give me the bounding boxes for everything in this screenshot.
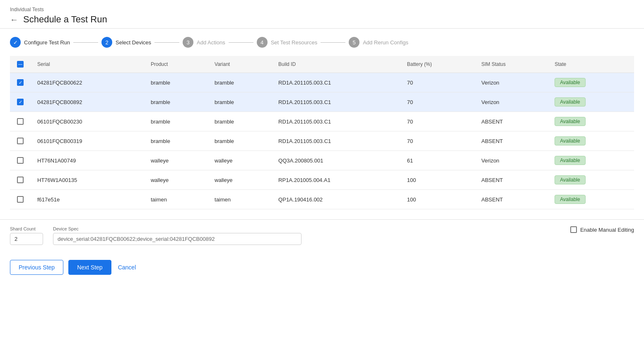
row-3-state: Available xyxy=(548,131,634,151)
row-4-serial: HT76N1A00749 xyxy=(31,151,144,170)
select-all-checkbox[interactable] xyxy=(17,61,24,68)
fields-row: Shard Count 2 Device Spec device_serial:… xyxy=(10,226,301,245)
step-2-circle: 2 xyxy=(101,37,112,48)
row-1-serial: 04281FQCB00892 xyxy=(31,92,144,112)
row-2-state: Available xyxy=(548,112,634,131)
row-2-checkbox-cell[interactable] xyxy=(10,112,31,131)
table-row: 06101FQCB00319bramblebrambleRD1A.201105.… xyxy=(10,131,634,151)
table-row: HT76W1A00135walleyewalleyeRP1A.201005.00… xyxy=(10,170,634,190)
row-6-checkbox-cell[interactable] xyxy=(10,190,31,209)
step-3-circle: 3 xyxy=(183,37,193,48)
row-4-buildId: QQ3A.200805.001 xyxy=(272,151,400,170)
row-6-variant: taimen xyxy=(208,190,272,209)
row-6-buildId: QP1A.190416.002 xyxy=(272,190,400,209)
row-0-buildId: RD1A.201105.003.C1 xyxy=(272,73,400,92)
row-2-product: bramble xyxy=(144,112,208,131)
next-step-button[interactable]: Next Step xyxy=(68,260,111,275)
row-4-battery: 61 xyxy=(400,151,475,170)
row-1-checkbox[interactable] xyxy=(17,99,24,105)
row-1-state: Available xyxy=(548,92,634,112)
page-header: Individual Tests ← Schedule a Test Run xyxy=(0,0,644,29)
row-2-variant: bramble xyxy=(208,112,272,131)
row-5-checkbox-cell[interactable] xyxy=(10,170,31,190)
row-5-battery: 100 xyxy=(400,170,475,190)
device-spec-value[interactable]: device_serial:04281FQCB00622;device_seri… xyxy=(53,233,301,245)
row-3-checkbox-cell[interactable] xyxy=(10,131,31,151)
row-2-buildId: RD1A.201105.003.C1 xyxy=(272,112,400,131)
select-all-header[interactable] xyxy=(10,56,31,73)
shard-count-label: Shard Count xyxy=(10,226,43,231)
step-2-label: Select Devices xyxy=(116,39,151,46)
step-3-label: Add Actions xyxy=(197,39,225,46)
row-5-simStatus: ABSENT xyxy=(475,170,548,190)
row-1-state-badge: Available xyxy=(555,97,585,107)
row-3-product: bramble xyxy=(144,131,208,151)
row-4-state: Available xyxy=(548,151,634,170)
row-2-state-badge: Available xyxy=(555,117,585,126)
row-2-simStatus: ABSENT xyxy=(475,112,548,131)
back-button[interactable]: ← xyxy=(10,15,18,24)
row-4-variant: walleye xyxy=(208,151,272,170)
step-3: 3 Add Actions xyxy=(183,37,225,48)
row-5-serial: HT76W1A00135 xyxy=(31,170,144,190)
row-3-checkbox[interactable] xyxy=(17,138,24,144)
step-5-circle: 5 xyxy=(349,37,359,48)
row-5-state: Available xyxy=(548,170,634,190)
row-0-simStatus: Verizon xyxy=(475,73,548,92)
row-6-simStatus: ABSENT xyxy=(475,190,548,209)
table-container: Serial Product Variant Build ID Battery … xyxy=(0,56,644,219)
row-4-checkbox[interactable] xyxy=(17,157,24,164)
row-1-simStatus: Verizon xyxy=(475,92,548,112)
step-1-circle: ✓ xyxy=(10,37,21,48)
step-4-label: Set Test Resources xyxy=(271,39,317,46)
table-row: 04281FQCB00622bramblebrambleRD1A.201105.… xyxy=(10,73,634,92)
step-5-label: Add Rerun Configs xyxy=(363,39,408,46)
row-1-buildId: RD1A.201105.003.C1 xyxy=(272,92,400,112)
row-2-battery: 70 xyxy=(400,112,475,131)
row-5-checkbox[interactable] xyxy=(17,177,24,183)
row-3-serial: 06101FQCB00319 xyxy=(31,131,144,151)
step-4-circle: 4 xyxy=(257,37,268,48)
row-6-serial: f617e51e xyxy=(31,190,144,209)
row-6-state: Available xyxy=(548,190,634,209)
step-4: 4 Set Test Resources xyxy=(257,37,317,48)
previous-step-button[interactable]: Previous Step xyxy=(10,260,63,275)
row-0-state: Available xyxy=(548,73,634,92)
row-6-product: taimen xyxy=(144,190,208,209)
row-1-battery: 70 xyxy=(400,92,475,112)
row-3-state-badge: Available xyxy=(555,136,585,145)
row-4-state-badge: Available xyxy=(555,156,585,165)
enable-manual-checkbox[interactable] xyxy=(570,226,577,233)
breadcrumb: Individual Tests xyxy=(10,7,634,12)
row-3-buildId: RD1A.201105.003.C1 xyxy=(272,131,400,151)
page-title: Schedule a Test Run xyxy=(23,14,107,25)
row-2-checkbox[interactable] xyxy=(17,118,24,125)
table-row: 04281FQCB00892bramblebrambleRD1A.201105.… xyxy=(10,92,634,112)
row-0-battery: 70 xyxy=(400,73,475,92)
row-0-checkbox-cell[interactable] xyxy=(10,73,31,92)
row-1-variant: bramble xyxy=(208,92,272,112)
row-1-checkbox-cell[interactable] xyxy=(10,92,31,112)
cancel-button[interactable]: Cancel xyxy=(116,260,138,274)
shard-count-value[interactable]: 2 xyxy=(10,233,43,245)
row-4-product: walleye xyxy=(144,151,208,170)
row-3-battery: 70 xyxy=(400,131,475,151)
step-1: ✓ Configure Test Run xyxy=(10,37,70,48)
connector-3-4 xyxy=(229,42,253,43)
step-5: 5 Add Rerun Configs xyxy=(349,37,408,48)
row-0-checkbox[interactable] xyxy=(17,79,24,86)
row-4-checkbox-cell[interactable] xyxy=(10,151,31,170)
shard-count-group: Shard Count 2 xyxy=(10,226,43,245)
connector-2-3 xyxy=(154,42,179,43)
table-row: 06101FQCB00230bramblebrambleRD1A.201105.… xyxy=(10,112,634,131)
connector-4-5 xyxy=(321,42,345,43)
row-5-state-badge: Available xyxy=(555,175,585,184)
row-3-simStatus: ABSENT xyxy=(475,131,548,151)
bottom-section: Shard Count 2 Device Spec device_serial:… xyxy=(0,219,644,260)
device-table: Serial Product Variant Build ID Battery … xyxy=(10,56,634,209)
step-1-label: Configure Test Run xyxy=(24,39,70,46)
stepper: ✓ Configure Test Run 2 Select Devices 3 … xyxy=(0,29,644,56)
row-6-checkbox[interactable] xyxy=(17,196,24,203)
enable-manual-label: Enable Manual Editing xyxy=(580,227,634,233)
step-2: 2 Select Devices xyxy=(101,37,151,48)
